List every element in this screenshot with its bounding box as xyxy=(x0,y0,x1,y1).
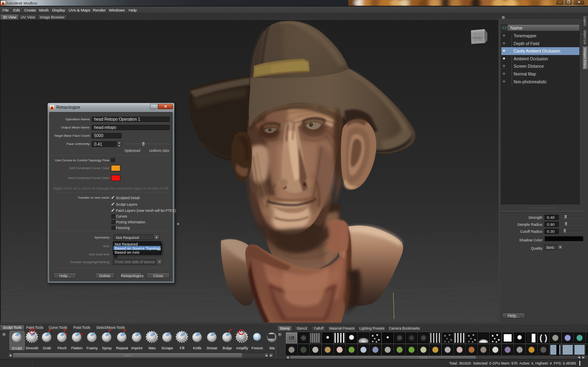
svg-text:FRONT: FRONT xyxy=(472,36,484,40)
